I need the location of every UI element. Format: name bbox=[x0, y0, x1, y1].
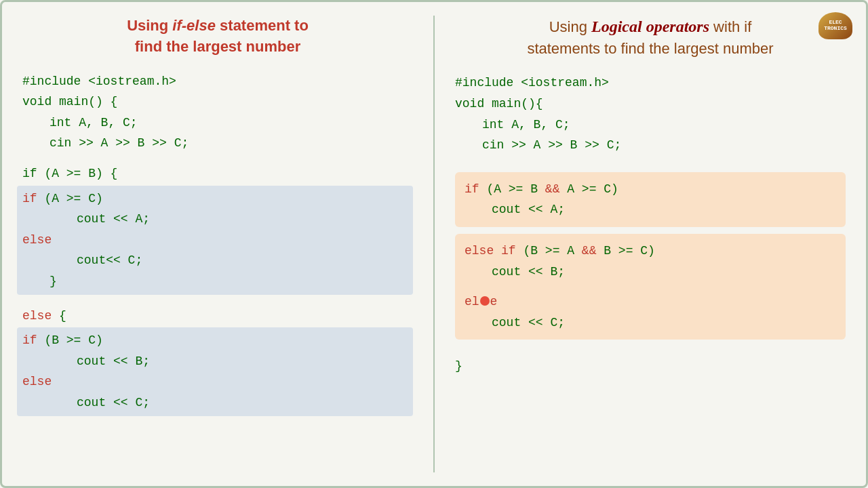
left-cin-line: cin >> A >> B >> C; bbox=[50, 133, 413, 154]
right-include: #include <iostream.h> bbox=[455, 73, 846, 94]
right-cout-b: cout << B; bbox=[492, 262, 836, 283]
left-if-line: if (A >= B) { bbox=[22, 163, 413, 184]
left-include: #include <iostream.h> bbox=[22, 71, 413, 92]
left-panel: Using if-else statement tofind the large… bbox=[9, 9, 427, 479]
right-close-brace: } bbox=[455, 356, 846, 377]
right-cin-line: cin >> A >> B >> C; bbox=[482, 135, 846, 156]
right-panel: ELECTRONICS Using Logical operators with… bbox=[441, 9, 859, 479]
if-else-highlight: if-else bbox=[172, 17, 216, 34]
left-else-outer: else { bbox=[22, 306, 413, 327]
logo: ELECTRONICS bbox=[818, 12, 852, 39]
right-void-main: void main(){ bbox=[455, 94, 846, 115]
left-cout-b: cout << B; bbox=[77, 351, 408, 372]
right-if-logical: if (A >= B && A >= C) bbox=[465, 179, 836, 200]
panel-divider bbox=[433, 16, 435, 472]
left-inner-if-2: if (B >= C) bbox=[22, 330, 408, 351]
right-int-line: int A, B, C; bbox=[482, 115, 846, 136]
left-void-main: void main() { bbox=[22, 92, 413, 113]
left-cout-c: cout<< C; bbox=[77, 250, 408, 271]
left-panel-title: Using if-else statement tofind the large… bbox=[22, 16, 413, 58]
right-else-if: else if (B >= A && B >= C) bbox=[465, 241, 836, 262]
right-cout-a: cout << A; bbox=[492, 199, 836, 220]
left-inner-if: if (A >= C) bbox=[22, 188, 408, 209]
right-cout-c: cout << C; bbox=[492, 312, 836, 333]
right-orange-box-2: else if (B >= A && B >= C) cout << B; el… bbox=[455, 234, 846, 340]
right-code-block: #include <iostream.h> void main(){ int A… bbox=[455, 73, 846, 377]
main-container: Using if-else statement tofind the large… bbox=[2, 2, 866, 486]
left-int-line: int A, B, C; bbox=[50, 113, 413, 134]
red-cursor-dot bbox=[480, 296, 490, 306]
logical-highlight: Logical operators bbox=[591, 18, 709, 35]
left-blue-box-2: if (B >= C) cout << B; else cout << C; bbox=[17, 327, 413, 415]
left-close-brace-1: } bbox=[50, 271, 408, 292]
left-blue-box-1: if (A >= C) cout << A; else cout<< C; } bbox=[17, 186, 413, 295]
left-cout-c-2: cout << C; bbox=[77, 392, 408, 413]
right-panel-title: Using Logical operators with ifstatement… bbox=[455, 16, 846, 59]
right-else-with-dot: ele bbox=[465, 291, 836, 312]
left-else-2: else bbox=[22, 371, 408, 392]
left-cout-a: cout << A; bbox=[77, 209, 408, 230]
left-else-1: else bbox=[22, 230, 408, 251]
left-code-block: #include <iostream.h> void main() { int … bbox=[22, 71, 413, 416]
right-orange-box-1: if (A >= B && A >= C) cout << A; bbox=[455, 172, 846, 227]
